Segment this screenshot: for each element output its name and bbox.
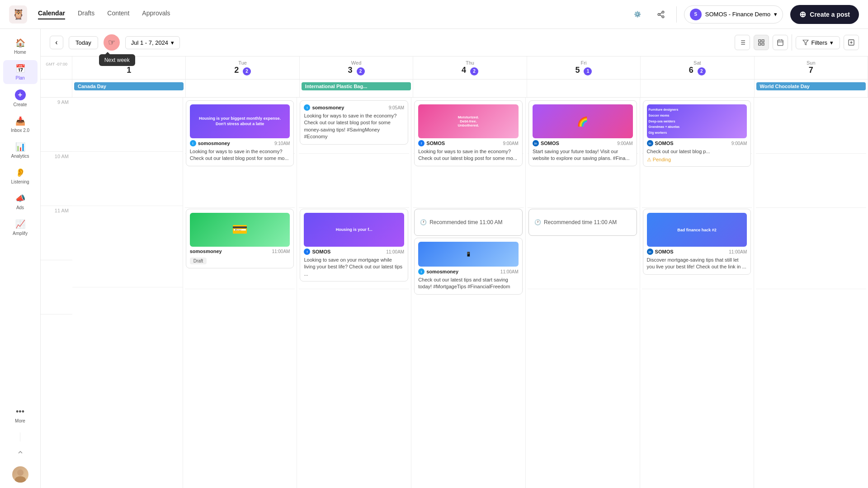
toolbar-divider — [792, 34, 792, 51]
time-9am: 9 AM — [41, 98, 72, 152]
next-week-tooltip: Next week — [99, 54, 135, 66]
share-button[interactable] — [653, 6, 669, 23]
post-time: 9:10AM — [274, 141, 290, 146]
post-header-tue-11am: somosmoney 11:00AM — [190, 249, 290, 254]
all-day-tue — [186, 80, 299, 97]
list-view-button[interactable] — [735, 35, 750, 50]
sidebar-item-ads[interactable]: 📣 Ads — [3, 190, 38, 214]
chocolate-day-event[interactable]: World Chocolate Day — [756, 82, 866, 90]
post-time: 11:00AM — [729, 249, 747, 254]
export-button[interactable] — [844, 35, 859, 50]
nav-tab-calendar[interactable]: Calendar — [38, 9, 65, 19]
settings-button[interactable]: ⚙️ — [629, 6, 646, 23]
today-button[interactable]: Today — [69, 36, 98, 49]
sidebar-item-listening[interactable]: 👂 Listening — [3, 164, 38, 188]
day-col-fri: 🌈 in SOMOS 9:00AM Start saving your f — [526, 98, 640, 488]
post-header-wed-11am: f SOMOS 11:00AM — [304, 249, 404, 255]
week-view-button[interactable] — [754, 35, 769, 50]
nav-tab-content[interactable]: Content — [107, 9, 129, 19]
date-range-text: Jul 1 - 7, 2024 — [131, 39, 168, 46]
post-card-thu-9am[interactable]: Moisturized.Debt-free.Unbothered. f SOMO… — [414, 100, 523, 166]
sun-10am-slot — [756, 154, 866, 208]
next-week-button[interactable]: ☞ — [104, 34, 120, 51]
post-handle: SOMOS — [541, 141, 559, 146]
time-grid-body: 9 AM 10 AM 11 AM — [41, 98, 868, 488]
post-time: 9:05AM — [389, 105, 404, 110]
post-card-sat-11am[interactable]: Bad finance hack #2 in SOMOS 11:00AM Dis… — [643, 209, 751, 275]
sidebar-item-plan[interactable]: 📅 Plan — [3, 60, 38, 84]
main-layout: 🏠 Home 📅 Plan + Create 📥 Inbox 2.0 📊 Ana… — [0, 29, 868, 488]
nav-tab-drafts[interactable]: Drafts — [78, 9, 94, 19]
plastic-bag-event[interactable]: International Plastic Bag... — [302, 82, 411, 90]
day-col-wed: t somosmoney 9:05AM Looking for ways to … — [297, 98, 411, 488]
post-header-sat-9am: in SOMOS 9:00AM — [647, 140, 747, 146]
date-range-selector[interactable]: Jul 1 - 7, 2024 ▾ — [125, 36, 180, 49]
fri-11am-slot: 🕐 Recommended time 11:00 AM — [528, 208, 638, 289]
create-post-button[interactable]: ⊕ Create a post — [790, 5, 859, 24]
sidebar-label-more: More — [15, 418, 25, 423]
inbox-icon: 📥 — [15, 116, 25, 126]
sidebar-item-more[interactable]: ••• More — [3, 404, 38, 427]
tue-11am-slot: 💳 somosmoney 11:00AM Draft — [185, 208, 295, 289]
sidebar-item-create[interactable]: + Create — [3, 86, 38, 111]
sidebar-item-inbox[interactable]: 📥 Inbox 2.0 — [3, 113, 38, 136]
sidebar: 🏠 Home 📅 Plan + Create 📥 Inbox 2.0 📊 Ana… — [0, 29, 41, 488]
post-card-wed-9am[interactable]: t somosmoney 9:05AM Looking for ways to … — [300, 100, 408, 145]
all-day-fri — [527, 80, 641, 97]
more-icon: ••• — [16, 407, 24, 417]
svg-line-4 — [660, 12, 662, 14]
prev-week-button[interactable]: ‹ — [50, 36, 63, 49]
day-col-sat: Furniture designersSoccer momsDeep-sea w… — [640, 98, 755, 488]
all-day-wed: International Plastic Bag... — [300, 80, 413, 97]
create-icon: + — [15, 89, 26, 100]
svg-point-0 — [662, 11, 664, 13]
sidebar-item-amplify[interactable]: 📈 Amplify — [3, 216, 38, 239]
post-image-sat-11am: Bad finance hack #2 — [647, 213, 747, 247]
sidebar-label-ads: Ads — [16, 205, 24, 210]
date-range-chevron-icon: ▾ — [171, 39, 174, 46]
nav-divider — [676, 6, 677, 23]
twitter-icon: t — [190, 140, 196, 146]
post-image-sat-9am: Furniture designersSoccer momsDeep-sea w… — [647, 104, 747, 138]
calendar-grid: GMT -07:00 Mon 1 Tue 2 2 Wed 3 2 Thu 4 2 — [41, 56, 868, 488]
sidebar-label-create: Create — [13, 102, 27, 107]
time-extra — [41, 260, 72, 314]
post-card-wed-11am[interactable]: Housing is your f... f SOMOS 11:00AM Loo… — [300, 209, 408, 282]
post-time: 9:00AM — [617, 141, 632, 146]
post-header-tue-9am: t somosmoney 9:10AM — [190, 140, 290, 146]
post-handle: SOMOS — [312, 249, 330, 254]
user-avatar[interactable] — [12, 466, 28, 483]
app-logo: 🦉 — [9, 5, 27, 23]
thu-11am-slot: 🕐 Recommended time 11:00 AM 📱 t somosmon… — [413, 208, 524, 289]
amplify-icon: 📈 — [15, 219, 25, 229]
nav-tab-approvals[interactable]: Approvals — [142, 9, 170, 19]
svg-rect-17 — [778, 40, 783, 46]
svg-point-1 — [658, 13, 660, 15]
day-col-sun — [754, 98, 868, 488]
sidebar-collapse[interactable] — [15, 447, 26, 459]
linkedin-icon: in — [647, 249, 653, 255]
post-card-tue-11am[interactable]: 💳 somosmoney 11:00AM Draft — [186, 209, 294, 268]
all-day-sun: World Chocolate Day — [755, 80, 868, 97]
sidebar-label-amplify: Amplify — [13, 231, 28, 236]
all-day-thu — [413, 80, 527, 97]
filters-button[interactable]: Filters ▾ — [796, 36, 840, 49]
post-card-thu-11am[interactable]: 📱 t somosmoney 11:00AM Check out our lat… — [414, 238, 523, 295]
post-header-sat-11am: in SOMOS 11:00AM — [647, 249, 747, 255]
svg-rect-14 — [762, 40, 764, 42]
wed-9am-slot: t somosmoney 9:05AM Looking for ways to … — [299, 99, 409, 154]
post-time: 11:00AM — [500, 269, 519, 274]
linkedin-icon: in — [647, 140, 653, 146]
draft-badge: Draft — [190, 258, 207, 264]
account-selector[interactable]: S SOMOS - Finance Demo ▾ — [684, 5, 783, 23]
sidebar-item-analytics[interactable]: 📊 Analytics — [3, 138, 38, 162]
month-view-button[interactable] — [773, 35, 788, 50]
wed-11am-slot: Housing is your f... f SOMOS 11:00AM Loo… — [299, 208, 409, 289]
canada-day-event[interactable]: Canada Day — [74, 82, 184, 90]
sidebar-item-home[interactable]: 🏠 Home — [3, 34, 38, 58]
sidebar-label-plan: Plan — [15, 75, 24, 80]
post-card-fri-9am[interactable]: 🌈 in SOMOS 9:00AM Start saving your f — [528, 100, 637, 166]
post-card-tue-9am[interactable]: Housing is your biggest monthly expense.… — [186, 100, 294, 166]
post-body-fri-9am: Start saving your future today! Visit ou… — [533, 148, 633, 162]
header-sat: Sat 6 2 — [641, 56, 754, 79]
